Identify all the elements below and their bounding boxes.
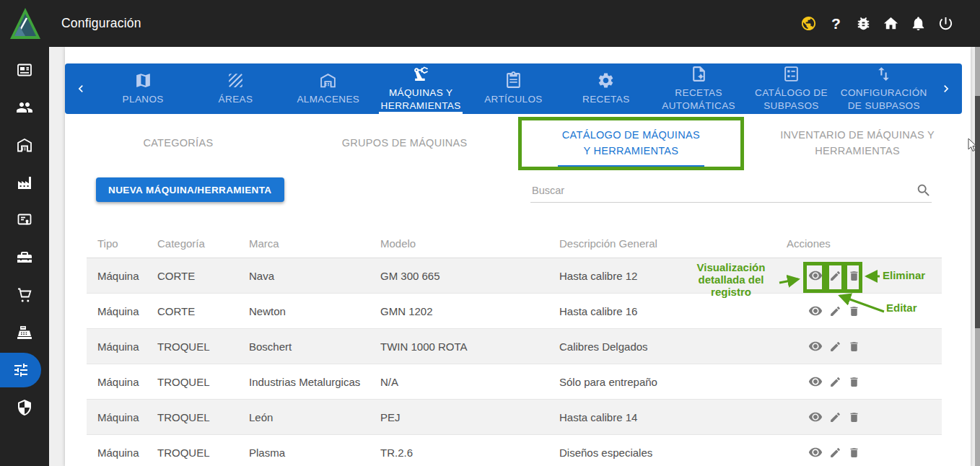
machines-catalog-table: Tipo Categoría Marca Modelo Descripción … xyxy=(87,229,942,466)
tabs-scroll-left-chevron-icon[interactable] xyxy=(65,63,97,114)
gear-icon xyxy=(597,71,615,89)
cell-descripcion: Hasta calibre 12 xyxy=(548,270,776,282)
tabs-scroll-right-chevron-icon[interactable] xyxy=(930,63,962,114)
vertical-scrollbar-track[interactable] xyxy=(975,47,980,466)
home-icon[interactable] xyxy=(883,15,899,32)
cell-tipo: Máquina xyxy=(87,340,146,353)
subtab-catalogo-de-maquinas-y-herramientas[interactable]: CATÁLOGO DE MÁQUINAS Y HERRAMIENTAS xyxy=(518,117,745,171)
table-row: Máquina CORTE Nava GM 300 665 Hasta cali… xyxy=(87,258,942,294)
cell-modelo: GM 300 665 xyxy=(369,270,548,282)
sidebar-item-cart[interactable] xyxy=(0,276,49,314)
cell-marca: Boschert xyxy=(238,340,369,353)
delete-trash-icon[interactable] xyxy=(848,447,860,459)
tab-almacenes[interactable]: ALMACENES xyxy=(282,63,375,114)
tab-planos[interactable]: PLANOS xyxy=(97,63,189,114)
tab-recetas-automaticas[interactable]: RECETAS AUTOMÁTICAS xyxy=(652,63,745,114)
subtab-grupos-de-maquinas[interactable]: GRUPOS DE MÁQUINAS xyxy=(292,136,518,151)
column-header: Modelo xyxy=(369,237,548,250)
edit-pencil-icon[interactable] xyxy=(829,411,841,423)
sidebar-item-register[interactable] xyxy=(0,314,49,351)
cell-tipo: Máquina xyxy=(87,447,146,459)
subtab-categorias[interactable]: CATEGORÍAS xyxy=(65,136,292,151)
edit-pencil-icon[interactable] xyxy=(829,340,841,353)
delete-trash-icon[interactable] xyxy=(848,376,860,388)
tab-areas[interactable]: ÁREAS xyxy=(189,63,281,114)
cell-modelo: PEJ xyxy=(369,411,548,423)
page-title: Configuración xyxy=(61,16,141,31)
edit-pencil-icon[interactable] xyxy=(829,270,841,282)
table-row: Máquina TROQUEL Industrias Metalurgicas … xyxy=(87,364,942,400)
top-app-bar: Configuración ? xyxy=(0,0,980,47)
delete-trash-icon[interactable] xyxy=(848,305,860,317)
delete-trash-icon[interactable] xyxy=(848,270,860,282)
view-eye-icon[interactable] xyxy=(808,445,823,460)
view-eye-icon[interactable] xyxy=(808,268,823,283)
edit-pencil-icon[interactable] xyxy=(829,305,841,317)
view-eye-icon[interactable] xyxy=(808,304,823,318)
module-tab-bar: PLANOS ÁREAS ALMACENES MÁQUINAS Y HERRAM… xyxy=(65,63,962,114)
cell-modelo: N/A xyxy=(369,376,548,388)
tab-maquinas-y-herramientas[interactable]: MÁQUINAS Y HERRAMIENTAS xyxy=(375,63,467,114)
sidebar-item-certificates[interactable] xyxy=(0,201,49,239)
sidebar-item-warehouses[interactable] xyxy=(0,126,49,164)
sidebar-item-security[interactable] xyxy=(0,389,49,426)
cell-modelo: TWIN 1000 ROTA xyxy=(369,340,548,353)
vertical-scrollbar-thumb[interactable] xyxy=(975,96,980,328)
sidebar-item-toolbox[interactable] xyxy=(0,239,49,276)
search-field xyxy=(530,179,932,203)
cell-marca: Industrias Metalurgicas xyxy=(238,376,369,388)
robot-arm-icon xyxy=(412,65,430,83)
column-header: Marca xyxy=(238,237,369,250)
sub-tab-bar: CATEGORÍAS GRUPOS DE MÁQUINAS CATÁLOGO D… xyxy=(65,117,971,170)
sidebar-item-configuration-active[interactable] xyxy=(0,353,41,387)
row-actions xyxy=(776,445,942,460)
cell-marca: León xyxy=(238,411,369,423)
view-eye-icon[interactable] xyxy=(808,374,823,389)
search-icon[interactable] xyxy=(916,183,932,198)
notifications-bell-icon[interactable] xyxy=(910,15,927,32)
delete-trash-icon[interactable] xyxy=(848,411,860,423)
swap-arrows-icon xyxy=(875,65,893,83)
cell-descripcion: Calibres Delgados xyxy=(548,340,776,353)
cell-marca: Plasma xyxy=(238,447,369,459)
cell-marca: Newton xyxy=(238,305,369,317)
help-icon[interactable]: ? xyxy=(828,15,844,32)
map-icon xyxy=(134,71,152,89)
list-box-icon xyxy=(782,65,800,83)
content-card: PLANOS ÁREAS ALMACENES MÁQUINAS Y HERRAM… xyxy=(65,47,971,466)
sidebar-item-factory[interactable] xyxy=(0,164,49,201)
new-machine-tool-button[interactable]: NUEVA MÁQUINA/HERRAMIENTA xyxy=(96,177,284,202)
app-logo xyxy=(9,6,41,41)
edit-pencil-icon[interactable] xyxy=(829,376,841,388)
tab-recetas[interactable]: RECETAS xyxy=(560,63,652,114)
tab-catalogo-de-subpasos[interactable]: CATÁLOGO DE SUBPASOS xyxy=(745,63,837,114)
table-row: Máquina CORTE Newton GMN 1202 Hasta cali… xyxy=(87,294,942,329)
factory-icon xyxy=(16,174,33,191)
cell-categoria: TROQUEL xyxy=(146,376,238,388)
column-header: Tipo xyxy=(87,237,146,250)
sidebar-item-users[interactable] xyxy=(0,89,49,126)
cell-tipo: Máquina xyxy=(87,305,146,317)
edit-pencil-icon[interactable] xyxy=(829,447,841,459)
power-logout-icon[interactable] xyxy=(937,15,954,32)
sidebar-item-news[interactable] xyxy=(0,51,49,89)
subtab-inventario-de-maquinas-y-herramientas[interactable]: INVENTARIO DE MÁQUINAS Y HERRAMIENTAS xyxy=(744,128,971,159)
cell-categoria: TROQUEL xyxy=(146,340,238,353)
cell-descripcion: Sólo para entrepaño xyxy=(548,376,776,388)
view-eye-icon[interactable] xyxy=(808,339,823,353)
bug-report-icon[interactable] xyxy=(855,15,872,32)
table-row: Máquina TROQUEL León PEJ Hasta calibre 1… xyxy=(87,400,942,435)
tab-articulos[interactable]: ARTÍCULOS xyxy=(467,63,559,114)
search-input[interactable] xyxy=(530,184,916,197)
toolbox-icon xyxy=(16,249,33,266)
cell-categoria: CORTE xyxy=(146,305,238,317)
row-actions xyxy=(776,410,942,424)
delete-trash-icon[interactable] xyxy=(848,340,860,353)
warehouse-icon xyxy=(319,71,337,89)
left-nav-sidebar xyxy=(0,47,49,466)
tab-configuracion-de-subpasos[interactable]: CONFIGURACIÓN DE SUBPASOS xyxy=(838,63,930,114)
globe-icon[interactable] xyxy=(800,15,817,32)
table-row: Máquina TROQUEL Boschert TWIN 1000 ROTA … xyxy=(87,329,942,364)
view-eye-icon[interactable] xyxy=(808,410,823,424)
cell-tipo: Máquina xyxy=(87,411,146,423)
